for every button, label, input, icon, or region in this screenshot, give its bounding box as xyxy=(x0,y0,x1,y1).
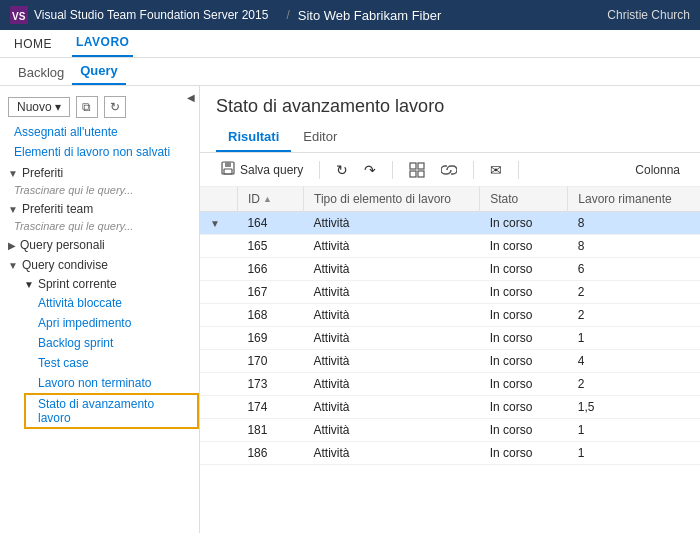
sprint-corrente-section[interactable]: ▼ Sprint corrente xyxy=(8,274,199,293)
vs-logo-icon: VS xyxy=(10,6,28,24)
table-row[interactable]: 167 Attività In corso 2 xyxy=(200,281,700,304)
preferiti-label: Preferiti xyxy=(22,166,63,180)
user-name: Christie Church xyxy=(607,8,690,22)
title-separator: / xyxy=(286,8,289,22)
row-stato: In corso xyxy=(480,212,568,235)
row-lavoro: 6 xyxy=(568,258,700,281)
sidebar-toolbar: Nuovo ▾ ⧉ ↻ xyxy=(0,92,199,122)
data-table-wrap: ID ▲ Tipo di elemento di lavoro Stato La… xyxy=(200,187,700,533)
table-row[interactable]: ▼ 164 Attività In corso 8 xyxy=(200,212,700,235)
sidebar-query-personali-section[interactable]: ▶ Query personali xyxy=(0,234,199,254)
preferiti-team-arrow-icon: ▼ xyxy=(8,204,18,215)
sidebar-item-backlog-sprint[interactable]: Backlog sprint xyxy=(24,333,199,353)
row-lavoro: 2 xyxy=(568,304,700,327)
tab-risultati[interactable]: Risultati xyxy=(216,125,291,152)
tab-editor[interactable]: Editor xyxy=(291,125,349,152)
sidebar-item-apri-impedimento[interactable]: Apri impedimento xyxy=(24,313,199,333)
row-stato: In corso xyxy=(480,327,568,350)
sprint-corrente-arrow-icon: ▼ xyxy=(24,279,34,290)
sidebar-item-stato-avanzamento[interactable]: Stato di avanzamento lavoro xyxy=(24,393,199,429)
sidebar-collapse-btn[interactable]: ◀ xyxy=(187,92,195,103)
nav-home[interactable]: HOME xyxy=(10,37,56,57)
results-table: ID ▲ Tipo di elemento di lavoro Stato La… xyxy=(200,187,700,465)
row-id: 168 xyxy=(237,304,303,327)
toolbar-grid-icon xyxy=(409,162,425,178)
nuovo-button[interactable]: Nuovo ▾ xyxy=(8,97,70,117)
row-tipo: Attività xyxy=(304,212,480,235)
row-arrow-cell xyxy=(200,235,237,258)
row-tipo: Attività xyxy=(304,350,480,373)
row-lavoro: 1,5 xyxy=(568,396,700,419)
query-toolbar: Salva query ↻ ↷ ✉ Colonna xyxy=(200,153,700,187)
subnav-query[interactable]: Query xyxy=(72,63,126,85)
nav-lavoro[interactable]: LAVORO xyxy=(72,35,133,57)
toolbar-refresh-icon: ↻ xyxy=(336,162,348,178)
preferiti-placeholder: Trascinare qui le query... xyxy=(0,182,199,198)
row-arrow-cell xyxy=(200,419,237,442)
table-row[interactable]: 169 Attività In corso 1 xyxy=(200,327,700,350)
row-tipo: Attività xyxy=(304,373,480,396)
toolbar-refresh-btn[interactable]: ↻ xyxy=(332,160,352,180)
sidebar-link-non-salvati[interactable]: Elementi di lavoro non salvati xyxy=(0,142,199,162)
row-id: 167 xyxy=(237,281,303,304)
th-lavoro[interactable]: Lavoro rimanente xyxy=(568,187,700,212)
sidebar-item-lavoro-non-terminato[interactable]: Lavoro non terminato xyxy=(24,373,199,393)
save-query-icon-btn[interactable]: Salva query xyxy=(216,158,307,181)
toolbar-forward-btn[interactable]: ↷ xyxy=(360,160,380,180)
subnav-backlog[interactable]: Backlog xyxy=(10,65,72,85)
row-arrow-cell xyxy=(200,281,237,304)
table-header-row: ID ▲ Tipo di elemento di lavoro Stato La… xyxy=(200,187,700,212)
sidebar-item-attivita-bloccate[interactable]: Attività bloccate xyxy=(24,293,199,313)
table-row[interactable]: 168 Attività In corso 2 xyxy=(200,304,700,327)
table-row[interactable]: 186 Attività In corso 1 xyxy=(200,442,700,465)
row-stato: In corso xyxy=(480,442,568,465)
sprint-corrente-group: ▼ Sprint corrente Attività bloccate Apri… xyxy=(0,274,199,429)
row-id: 173 xyxy=(237,373,303,396)
th-id[interactable]: ID ▲ xyxy=(237,187,303,212)
sidebar-settings-btn[interactable]: ↻ xyxy=(104,96,126,118)
toolbar-forward-icon: ↷ xyxy=(364,162,376,178)
th-tipo[interactable]: Tipo di elemento di lavoro xyxy=(304,187,480,212)
sidebar-refresh-btn[interactable]: ⧉ xyxy=(76,96,98,118)
table-row[interactable]: 170 Attività In corso 4 xyxy=(200,350,700,373)
sidebar-item-test-case[interactable]: Test case xyxy=(24,353,199,373)
table-row[interactable]: 181 Attività In corso 1 xyxy=(200,419,700,442)
svg-rect-5 xyxy=(410,163,416,169)
svg-rect-4 xyxy=(224,169,232,174)
row-tipo: Attività xyxy=(304,419,480,442)
row-stato: In corso xyxy=(480,396,568,419)
toolbar-link-icon xyxy=(441,162,457,178)
table-row[interactable]: 166 Attività In corso 6 xyxy=(200,258,700,281)
toolbar-email-btn[interactable]: ✉ xyxy=(486,160,506,180)
query-condivise-arrow-icon: ▼ xyxy=(8,260,18,271)
row-id: 165 xyxy=(237,235,303,258)
th-stato[interactable]: Stato xyxy=(480,187,568,212)
sidebar-preferiti-section: ▼ Preferiti xyxy=(0,162,199,182)
table-row[interactable]: 173 Attività In corso 2 xyxy=(200,373,700,396)
sidebar: ◀ Nuovo ▾ ⧉ ↻ Assegnati all'utente Eleme… xyxy=(0,86,200,533)
toolbar-colonna-btn[interactable]: Colonna xyxy=(631,161,684,179)
table-row[interactable]: 165 Attività In corso 8 xyxy=(200,235,700,258)
table-row[interactable]: 174 Attività In corso 1,5 xyxy=(200,396,700,419)
row-lavoro: 1 xyxy=(568,327,700,350)
nuovo-label: Nuovo xyxy=(17,100,52,114)
row-stato: In corso xyxy=(480,258,568,281)
page-title: Stato di avanzamento lavoro xyxy=(216,96,684,117)
query-personali-arrow-icon: ▶ xyxy=(8,240,16,251)
sidebar-query-condivise-section[interactable]: ▼ Query condivise xyxy=(0,254,199,274)
row-id: 164 xyxy=(237,212,303,235)
sidebar-link-assegnati[interactable]: Assegnati all'utente xyxy=(0,122,199,142)
svg-rect-6 xyxy=(418,163,424,169)
row-stato: In corso xyxy=(480,281,568,304)
toolbar-link-btn[interactable] xyxy=(437,160,461,180)
row-arrow-cell xyxy=(200,373,237,396)
toolbar-options-btn[interactable] xyxy=(405,160,429,180)
row-tipo: Attività xyxy=(304,304,480,327)
salva-query-label: Salva query xyxy=(240,163,303,177)
row-lavoro: 1 xyxy=(568,419,700,442)
app-logo: VS Visual Studio Team Foundation Server … xyxy=(10,6,268,24)
sidebar-copy-icon: ⧉ xyxy=(82,100,91,114)
toolbar-sep-1 xyxy=(319,161,320,179)
sidebar-refresh-icon: ↻ xyxy=(110,100,120,114)
app-title: Visual Studio Team Foundation Server 201… xyxy=(34,8,268,22)
